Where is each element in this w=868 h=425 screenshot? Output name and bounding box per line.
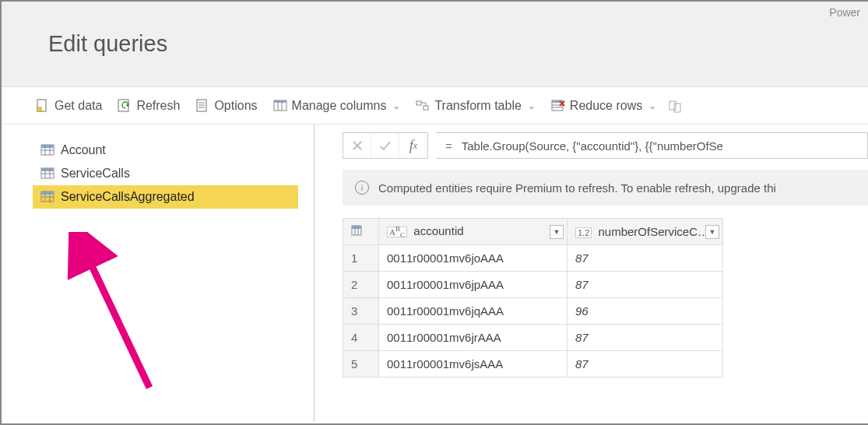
column-filter-button[interactable]: ▼ — [550, 225, 564, 239]
reduce-rows-icon — [551, 99, 565, 113]
cell-number[interactable]: 87 — [568, 245, 723, 272]
svg-rect-37 — [352, 226, 361, 229]
svg-rect-19 — [669, 101, 676, 110]
formula-cancel-button[interactable] — [343, 133, 371, 158]
transform-table-button[interactable]: Transform table ⌄ — [409, 96, 541, 116]
options-button[interactable]: Options — [189, 96, 263, 116]
refresh-label: Refresh — [136, 99, 180, 113]
chevron-down-icon: ⌄ — [648, 100, 656, 111]
get-data-label: Get data — [54, 99, 102, 113]
table-row[interactable]: 30011r00001mv6jqAAA96 — [343, 298, 723, 325]
svg-rect-1 — [37, 107, 41, 111]
column-name: numberOfServiceC… — [598, 225, 709, 238]
column-header-accountid[interactable]: ABC accountid ▼ — [379, 219, 568, 245]
row-index[interactable]: 3 — [343, 298, 379, 325]
cell-accountid[interactable]: 0011r00001mv6joAAA — [379, 245, 568, 272]
queries-pane: AccountServiceCallsServiceCallsAggregate… — [2, 125, 315, 422]
query-label: Account — [61, 143, 106, 157]
reduce-rows-button[interactable]: Reduce rows ⌄ — [545, 96, 662, 116]
svg-rect-8 — [274, 100, 286, 103]
reduce-rows-label: Reduce rows — [570, 99, 642, 113]
refresh-button[interactable]: Refresh — [111, 96, 186, 116]
query-label: ServiceCalls — [61, 167, 130, 181]
main-pane: fx = Table.Group(Source, {"accountid"}, … — [315, 125, 868, 422]
options-label: Options — [214, 99, 257, 113]
query-label: ServiceCallsAggregated — [61, 190, 195, 204]
formula-equals: = — [445, 139, 452, 153]
type-badge-decimal: 1.2 — [575, 227, 592, 238]
query-item-servicecalls[interactable]: ServiceCalls — [33, 162, 298, 185]
cell-accountid[interactable]: 0011r00001mv6jrAAA — [379, 325, 568, 351]
info-banner-text: Computed entities require Premium to ref… — [378, 181, 776, 195]
table-icon — [40, 167, 54, 180]
table-icon — [40, 191, 54, 203]
cell-accountid[interactable]: 0011r00001mv6jpAAA — [379, 272, 568, 298]
fx-icon[interactable]: fx — [399, 133, 427, 158]
manage-columns-button[interactable]: Manage columns ⌄ — [267, 96, 407, 116]
query-item-servicecallsaggregated[interactable]: ServiceCallsAggregated — [33, 185, 298, 209]
row-index[interactable]: 5 — [343, 351, 379, 378]
data-preview-table: ABC accountid ▼ 1.2 numberOfServiceC… ▼ … — [343, 218, 723, 378]
chevron-down-icon: ⌄ — [528, 100, 536, 111]
transform-table-label: Transform table — [434, 99, 521, 113]
table-row[interactable]: 10011r00001mv6joAAA87 — [343, 245, 723, 272]
get-data-button[interactable]: Get data — [30, 96, 108, 116]
svg-rect-20 — [674, 104, 680, 112]
more-button[interactable] — [666, 96, 689, 116]
formula-text: Table.Group(Source, {"accountid"}, {{"nu… — [462, 139, 723, 153]
row-index[interactable]: 4 — [343, 325, 379, 351]
cell-number[interactable]: 87 — [568, 351, 723, 378]
cell-number[interactable]: 87 — [568, 272, 723, 298]
options-icon — [195, 99, 209, 113]
chevron-down-icon: ⌄ — [392, 100, 400, 111]
table-columns-icon — [273, 99, 287, 113]
column-filter-button[interactable]: ▼ — [705, 225, 719, 239]
table-row[interactable]: 20011r00001mv6jpAAA87 — [343, 272, 723, 298]
svg-rect-12 — [423, 106, 428, 110]
refresh-icon — [118, 99, 132, 113]
info-icon: i — [355, 181, 369, 195]
svg-rect-22 — [41, 145, 54, 148]
column-header-number[interactable]: 1.2 numberOfServiceC… ▼ — [568, 219, 723, 245]
cell-number[interactable]: 87 — [568, 325, 723, 351]
cell-accountid[interactable]: 0011r00001mv6jsAAA — [379, 351, 568, 378]
formula-bar-row: fx = Table.Group(Source, {"accountid"}, … — [343, 132, 868, 159]
premium-info-banner: i Computed entities require Premium to r… — [343, 170, 868, 205]
header-bar: Edit queries Power — [2, 2, 868, 87]
app-brand-label: Power — [829, 6, 860, 19]
svg-rect-11 — [416, 101, 421, 105]
query-item-account[interactable]: Account — [33, 139, 298, 162]
cell-accountid[interactable]: 0011r00001mv6jqAAA — [379, 298, 568, 325]
table-row[interactable]: 50011r00001mv6jsAAA87 — [343, 351, 723, 378]
get-data-icon — [36, 99, 50, 113]
table-row[interactable]: 40011r00001mv6jrAAA87 — [343, 325, 723, 351]
cell-number[interactable]: 96 — [568, 298, 723, 325]
svg-rect-32 — [41, 191, 54, 195]
manage-columns-label: Manage columns — [292, 99, 387, 113]
row-index[interactable]: 1 — [343, 245, 379, 272]
svg-rect-27 — [41, 168, 54, 171]
toolbar: Get data Refresh Options Manage columns … — [2, 87, 868, 125]
more-icon — [669, 99, 683, 113]
formula-accept-button[interactable] — [371, 133, 399, 158]
column-name: accountid — [413, 224, 463, 237]
page-title: Edit queries — [48, 31, 167, 57]
table-corner[interactable] — [343, 219, 379, 245]
row-index[interactable]: 2 — [343, 272, 379, 298]
transform-icon — [416, 99, 430, 113]
formula-bar[interactable]: = Table.Group(Source, {"accountid"}, {{"… — [436, 132, 868, 159]
table-icon — [40, 144, 54, 156]
formula-controls: fx — [343, 132, 428, 159]
type-badge-text: ABC — [387, 227, 407, 237]
